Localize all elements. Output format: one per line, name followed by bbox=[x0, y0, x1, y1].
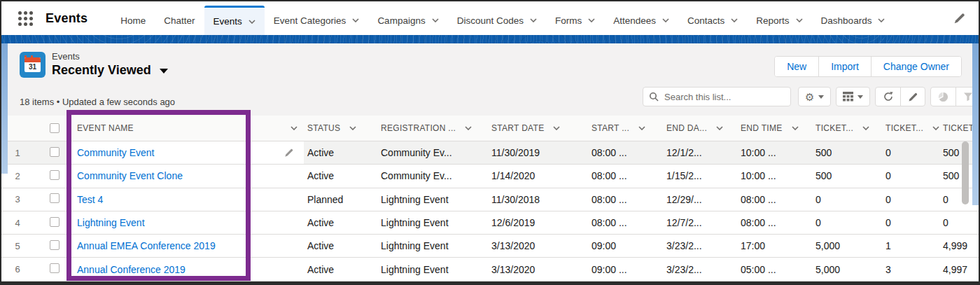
chevron-down-icon bbox=[878, 18, 885, 22]
table-row: 5 Annual EMEA Conference 2019 Active Lig… bbox=[1, 235, 979, 258]
event-name-link[interactable]: Community Event Clone bbox=[77, 170, 183, 181]
registration-cell: Lightning Event bbox=[377, 240, 488, 251]
tickets-cell: 0 bbox=[882, 217, 939, 228]
chevron-down-icon bbox=[352, 18, 359, 22]
registration-cell: Lightning Event bbox=[377, 264, 488, 275]
row-checkbox[interactable] bbox=[50, 263, 59, 273]
table-row: 6 Annual Conference 2019 Active Lightnin… bbox=[1, 258, 979, 281]
column-header-event-name[interactable]: EVENT NAME bbox=[68, 123, 304, 133]
event-name-link[interactable]: Community Event bbox=[77, 147, 154, 158]
tab-discount-codes[interactable]: Discount Codes bbox=[448, 6, 546, 35]
row-number: 3 bbox=[1, 194, 43, 204]
status-cell: Active bbox=[304, 264, 377, 275]
tab-forms[interactable]: Forms bbox=[546, 6, 604, 35]
column-header-status[interactable]: STATUS bbox=[304, 123, 377, 133]
column-header-start-time[interactable]: START ... bbox=[588, 123, 663, 133]
status-cell: Active bbox=[304, 217, 377, 228]
event-name-cell: Community Event bbox=[68, 141, 304, 164]
vertical-scrollbar-thumb[interactable] bbox=[962, 141, 969, 204]
display-as-button[interactable] bbox=[836, 87, 870, 106]
tickets-cell: 0 bbox=[939, 217, 979, 228]
inline-edit-pencil-icon[interactable] bbox=[284, 148, 294, 158]
event-name-link[interactable]: Test 4 bbox=[77, 194, 103, 205]
registration-cell: Community Ev... bbox=[377, 147, 488, 158]
tab-attendees[interactable]: Attendees bbox=[604, 6, 678, 35]
search-input[interactable] bbox=[643, 87, 791, 106]
sort-chevron-icon bbox=[638, 126, 645, 130]
chevron-down-icon bbox=[530, 18, 537, 22]
tab-home[interactable]: Home bbox=[111, 6, 155, 35]
tab-chatter[interactable]: Chatter bbox=[155, 6, 204, 35]
column-header-registration[interactable]: REGISTRATION ... bbox=[377, 123, 488, 133]
start-date-cell: 3/13/2020 bbox=[488, 240, 588, 251]
tickets-cell: 0 bbox=[882, 170, 939, 181]
refresh-icon bbox=[883, 91, 894, 102]
column-header-tickets-1[interactable]: TICKET... bbox=[812, 123, 882, 133]
select-all-checkbox[interactable] bbox=[50, 123, 59, 133]
tab-event-categories[interactable]: Event Categories bbox=[265, 6, 369, 35]
app-launcher-icon[interactable] bbox=[18, 11, 33, 26]
registration-cell: Community Ev... bbox=[377, 170, 488, 181]
tab-reports[interactable]: Reports bbox=[747, 6, 811, 35]
row-checkbox[interactable] bbox=[50, 147, 59, 157]
row-checkbox[interactable] bbox=[50, 217, 59, 227]
tab-dashboards[interactable]: Dashboards bbox=[812, 6, 895, 35]
list-view-selector[interactable]: Recently Viewed bbox=[52, 63, 168, 78]
page-background-strip bbox=[972, 43, 979, 205]
sort-chevron-icon bbox=[290, 126, 298, 130]
start-date-cell: 11/30/2018 bbox=[488, 194, 588, 205]
column-header-start-date[interactable]: START DATE bbox=[488, 123, 588, 133]
end-time-cell: 10:00 ... bbox=[737, 170, 812, 181]
event-name-link[interactable]: Lightning Event bbox=[77, 217, 145, 228]
edit-nav-pencil-icon[interactable] bbox=[953, 12, 966, 25]
top-navigation-bar: Events Home Chatter Events Event Categor… bbox=[1, 1, 979, 35]
pie-chart-icon bbox=[938, 92, 948, 102]
sort-chevron-icon bbox=[349, 126, 356, 130]
end-time-cell: 10:00 ... bbox=[737, 147, 812, 158]
sort-chevron-icon bbox=[553, 126, 560, 130]
table-header-row: EVENT NAME STATUS REGISTRATION ... START… bbox=[1, 116, 979, 141]
tab-campaigns[interactable]: Campaigns bbox=[368, 6, 447, 35]
nav-tabs: Home Chatter Events Event Categories Cam… bbox=[111, 1, 979, 35]
sort-chevron-icon bbox=[932, 126, 939, 130]
tab-events[interactable]: Events bbox=[204, 6, 265, 35]
tab-contacts[interactable]: Contacts bbox=[678, 6, 747, 35]
event-name-link[interactable]: Annual Conference 2019 bbox=[77, 264, 186, 275]
end-date-cell: 12/1/2... bbox=[663, 147, 737, 158]
row-checkbox[interactable] bbox=[50, 193, 59, 203]
inline-edit-button[interactable] bbox=[900, 88, 925, 106]
start-date-cell: 12/6/2019 bbox=[488, 217, 588, 228]
list-search bbox=[643, 87, 791, 106]
event-name-link[interactable]: Annual EMEA Conference 2019 bbox=[77, 240, 216, 251]
row-checkbox[interactable] bbox=[50, 170, 59, 180]
start-date-cell: 3/13/2020 bbox=[488, 264, 588, 275]
end-date-cell: 12/29/... bbox=[663, 194, 737, 205]
caret-down-icon bbox=[160, 69, 168, 74]
chevron-down-icon bbox=[432, 18, 439, 22]
column-header-end-date[interactable]: END DA... bbox=[663, 123, 737, 133]
refresh-button[interactable] bbox=[876, 88, 900, 106]
event-name-cell: Annual Conference 2019 bbox=[68, 264, 304, 275]
page-background-strip bbox=[1, 43, 8, 174]
tickets-cell: 3 bbox=[882, 264, 939, 275]
start-time-cell: 09:00 ... bbox=[588, 264, 663, 275]
chevron-down-icon bbox=[796, 18, 803, 22]
list-view-controls-button[interactable]: ⚙ bbox=[798, 87, 831, 106]
charts-button[interactable] bbox=[931, 88, 955, 106]
search-icon bbox=[649, 92, 659, 102]
column-header-end-time[interactable]: END TIME bbox=[737, 123, 812, 133]
end-time-cell: 17:00 bbox=[737, 240, 812, 251]
column-header-tickets-2[interactable]: TICKET... bbox=[882, 123, 939, 133]
end-date-cell: 1/15/2... bbox=[663, 170, 737, 181]
table-row: 3 Test 4 Planned Lightning Event 11/30/2… bbox=[1, 188, 979, 211]
start-time-cell: 08:00 ... bbox=[588, 170, 663, 181]
calendar-day-label: 31 bbox=[24, 62, 41, 71]
gear-icon: ⚙ bbox=[805, 92, 814, 102]
import-button[interactable]: Import bbox=[818, 57, 871, 76]
row-checkbox[interactable] bbox=[50, 240, 59, 250]
change-owner-button[interactable]: Change Owner bbox=[871, 57, 961, 76]
events-calendar-icon: 31 bbox=[20, 52, 46, 78]
row-number: 1 bbox=[1, 148, 43, 158]
new-button[interactable]: New bbox=[775, 57, 818, 76]
sort-chevron-icon bbox=[716, 126, 723, 130]
